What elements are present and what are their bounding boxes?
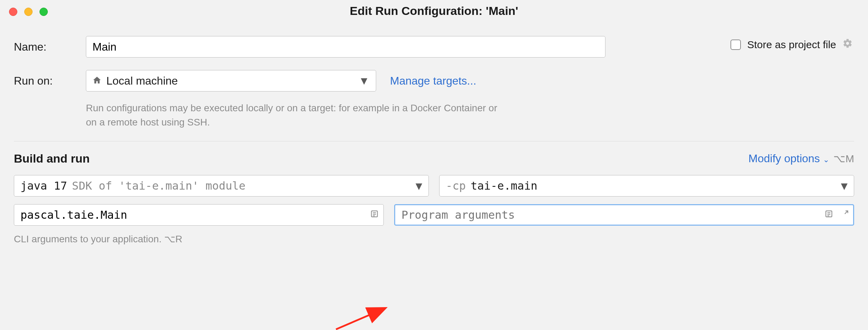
chevron-down-icon: ▼ <box>416 179 422 192</box>
section-separator <box>14 141 854 141</box>
run-on-help-text: Run configurations may be executed local… <box>86 101 502 129</box>
home-icon <box>92 75 101 87</box>
list-icon[interactable] <box>824 209 833 221</box>
chevron-down-icon: ⌄ <box>823 155 829 164</box>
store-checkbox[interactable] <box>730 40 741 50</box>
program-arguments-input[interactable] <box>394 204 854 226</box>
classpath-prefix: -cp <box>446 179 466 192</box>
classpath-value: tai-e.main <box>471 179 538 192</box>
chevron-down-icon: ▼ <box>841 179 848 192</box>
sdk-hint: SDK of 'tai-e.main' module <box>72 179 246 192</box>
name-input[interactable] <box>86 36 605 58</box>
modify-options-shortcut: ⌥M <box>833 153 854 165</box>
run-on-value: Local machine <box>106 75 178 87</box>
build-and-run-title: Build and run <box>14 152 90 165</box>
store-checkbox-label: Store as project file <box>747 39 836 51</box>
expand-icon[interactable] <box>840 209 849 221</box>
name-label: Name: <box>14 41 86 53</box>
gear-icon[interactable] <box>842 38 853 51</box>
manage-targets-link[interactable]: Manage targets... <box>390 75 476 87</box>
sdk-value: java 17 <box>20 179 67 192</box>
cli-help-text: CLI arguments to your application. ⌥R <box>14 233 854 245</box>
classpath-select[interactable]: -cp tai-e.main ▼ <box>439 175 854 197</box>
main-class-input[interactable] <box>14 204 384 226</box>
cli-shortcut: ⌥R <box>164 234 182 244</box>
modify-options-link[interactable]: Modify options ⌄ <box>749 152 829 165</box>
window-title: Edit Run Configuration: 'Main' <box>0 4 868 18</box>
list-icon[interactable] <box>370 209 379 221</box>
svg-line-8 <box>336 309 384 329</box>
run-on-label: Run on: <box>14 75 86 87</box>
annotation-arrow <box>333 305 395 330</box>
run-on-select[interactable]: Local machine ▼ <box>86 70 376 92</box>
sdk-select[interactable]: java 17 SDK of 'tai-e.main' module ▼ <box>14 175 429 197</box>
chevron-down-icon: ▼ <box>358 75 370 87</box>
store-as-project-file[interactable]: Store as project file <box>730 38 853 51</box>
